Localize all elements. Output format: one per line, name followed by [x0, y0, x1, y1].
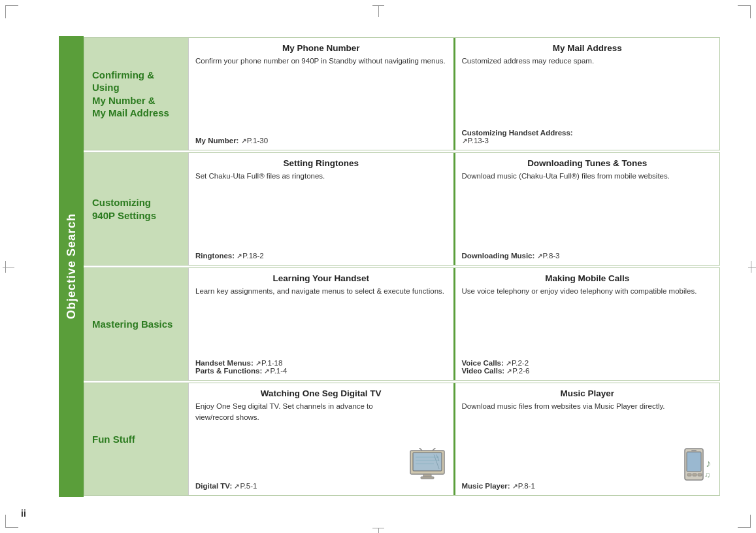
svg-rect-16 [698, 473, 702, 476]
sidebar-label-text: Objective Search [65, 213, 78, 319]
reg-mark-tl [5, 5, 18, 18]
svg-rect-15 [693, 473, 697, 476]
table-row: Mastering Basics Learning Your Handset L… [84, 267, 720, 381]
col-title-4-1: Watching One Seg Digital TV [195, 388, 447, 398]
col-title-4-2: Music Player [462, 388, 714, 398]
content-col-1-1: My Phone Number Confirm your phone numbe… [189, 38, 453, 150]
content-columns-3: Learning Your Handset Learn key assignme… [189, 268, 719, 380]
col-ref-3-2: Voice Calls: P.2-2 Video Calls: P.2-6 [462, 359, 714, 375]
tv-illustration [409, 448, 450, 483]
category-title-1: Confirming & UsingMy Number &My Mail Add… [92, 69, 180, 120]
category-cell-3: Mastering Basics [84, 268, 189, 380]
category-title-3: Mastering Basics [92, 318, 173, 331]
col-body-3-2: Use voice telephony or enjoy video telep… [462, 286, 714, 355]
phone-illustration: ♪ ♫ [680, 447, 715, 486]
svg-rect-14 [687, 473, 691, 476]
reg-mark-tr [738, 5, 751, 18]
content-grid: Confirming & UsingMy Number &My Mail Add… [84, 36, 720, 497]
svg-text:♫: ♫ [704, 470, 710, 479]
category-cell-1: Confirming & UsingMy Number &My Mail Add… [84, 38, 189, 150]
content-col-2-2: Downloading Tunes & Tones Download music… [453, 153, 720, 265]
content-col-2-1: Setting Ringtones Set Chaku-Uta Full® fi… [189, 153, 453, 265]
svg-text:♪: ♪ [706, 458, 711, 469]
content-col-4-2: Music Player Download music files from w… [453, 383, 720, 495]
col-title-3-2: Making Mobile Calls [462, 273, 714, 283]
col-ref-1-1: My Number: P.1-30 [195, 137, 447, 145]
category-cell-4: Fun Stuff [84, 383, 189, 495]
content-col-3-2: Making Mobile Calls Use voice telephony … [453, 268, 720, 380]
sidebar-label: Objective Search [59, 36, 84, 497]
table-row: Confirming & UsingMy Number &My Mail Add… [84, 37, 720, 150]
col-body-2-2: Download music (Chaku-Uta Full®) files f… [462, 171, 714, 248]
col-ref-4-2: Music Player: P.8-1 [462, 482, 714, 490]
reg-mark-br [738, 515, 751, 528]
main-content: Objective Search Confirming & UsingMy Nu… [59, 36, 720, 497]
page-number: ii [21, 508, 26, 519]
col-title-2-2: Downloading Tunes & Tones [462, 158, 714, 168]
content-columns-1: My Phone Number Confirm your phone numbe… [189, 38, 719, 150]
table-row: Customizing940P Settings Setting Rington… [84, 152, 720, 266]
col-title-3-1: Learning Your Handset [195, 273, 447, 283]
svg-rect-13 [691, 450, 697, 451]
col-body-4-1: Enjoy One Seg digital TV. Set channels i… [195, 401, 403, 478]
phone-icon: ♪ ♫ [680, 447, 715, 483]
content-col-3-1: Learning Your Handset Learn key assignme… [189, 268, 453, 380]
svg-rect-1 [413, 453, 442, 471]
col-title-1-1: My Phone Number [195, 43, 447, 53]
col-ref-3-1: Handset Menus: P.1-18 Parts & Functions:… [195, 359, 447, 375]
col-body-2-1: Set Chaku-Uta Full® files as ringtones. [195, 171, 447, 248]
reg-mark-bl [5, 515, 18, 528]
content-col-1-2: My Mail Address Customized address may r… [453, 38, 720, 150]
category-cell-2: Customizing940P Settings [84, 153, 189, 265]
col-title-1-2: My Mail Address [462, 43, 714, 53]
col-body-1-2: Customized address may reduce spam. [462, 56, 714, 125]
table-row: Fun Stuff Watching One Seg Digital TV En… [84, 383, 720, 496]
content-columns-2: Setting Ringtones Set Chaku-Uta Full® fi… [189, 153, 719, 265]
col-body-4-2: Download music files from websites via M… [462, 401, 678, 478]
svg-rect-12 [687, 452, 701, 472]
col-body-3-1: Learn key assignments, and navigate menu… [195, 286, 447, 355]
category-title-2: Customizing940P Settings [92, 196, 156, 222]
content-col-4-1: Watching One Seg Digital TV Enjoy One Se… [189, 383, 453, 495]
col-ref-2-1: Ringtones: P.18-2 [195, 252, 447, 260]
col-body-1-1: Confirm your phone number on 940P in Sta… [195, 56, 447, 133]
col-title-2-1: Setting Ringtones [195, 158, 447, 168]
col-ref-2-2: Downloading Music: P.8-3 [462, 252, 714, 260]
category-title-4: Fun Stuff [92, 433, 135, 446]
tv-icon [409, 448, 450, 481]
col-ref-1-2: Customizing Handset Address:P.13-3 [462, 129, 714, 145]
svg-rect-3 [421, 477, 434, 479]
content-columns-4: Watching One Seg Digital TV Enjoy One Se… [189, 383, 719, 495]
